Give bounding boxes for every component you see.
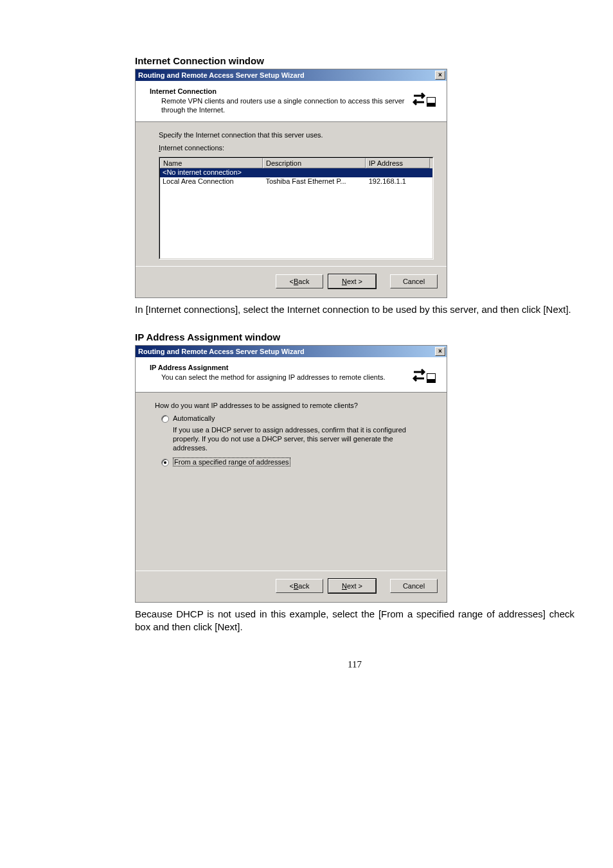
listview-header: Name Description IP Address (160, 158, 432, 168)
btn-rest: ack (298, 278, 309, 285)
cell-name: <No internet connection> (160, 168, 263, 177)
radio-specified-range[interactable]: From a specified range of addresses (161, 458, 427, 466)
dialog-title: Routing and Remote Access Server Setup W… (137, 348, 305, 355)
section2-heading: IP Address Assignment window (135, 332, 574, 342)
titlebar: Routing and Remote Access Server Setup W… (136, 69, 447, 81)
dialog-header-text: IP Address Assignment You can select the… (150, 364, 412, 382)
mnemonic: F (174, 458, 179, 466)
btn-rest: ext > (347, 278, 362, 285)
dialog-header-subtitle: You can select the method for assigning … (150, 371, 412, 382)
wizard-icon (412, 87, 438, 109)
focus-rect: From a specified range of addresses (173, 457, 290, 466)
mnemonic: B (294, 582, 298, 590)
mnemonic: N (342, 278, 347, 285)
back-button[interactable]: < Back (276, 579, 323, 593)
dialog-header-title: Internet Connection (150, 87, 412, 95)
btn-rest: ack (298, 582, 309, 590)
dialog-title: Routing and Remote Access Server Setup W… (137, 71, 305, 79)
label-rest: rom a specified range of addresses (179, 458, 289, 466)
auto-note: If you use a DHCP server to assign addre… (161, 424, 427, 458)
assignment-question: How do you want IP addresses to be assig… (155, 402, 427, 409)
connections-listview[interactable]: Name Description IP Address <No internet… (159, 157, 434, 260)
listview-inner: Name Description IP Address <No internet… (159, 157, 433, 259)
cancel-button[interactable]: Cancel (390, 579, 438, 593)
list-item[interactable]: Local Area Connection Toshiba Fast Ether… (160, 177, 432, 186)
cell-ip (366, 168, 432, 177)
radio-icon (161, 415, 169, 423)
titlebar: Routing and Remote Access Server Setup W… (136, 346, 447, 357)
button-row: < Back Next > Cancel (136, 571, 447, 602)
back-button[interactable]: < Back (276, 274, 323, 288)
radio-automatically[interactable]: Automatically (161, 414, 427, 423)
document-page: Internet Connection window Routing and R… (0, 0, 613, 696)
internet-connection-dialog: Routing and Remote Access Server Setup W… (135, 69, 447, 298)
dialog-body: Specify the Internet connection that thi… (136, 122, 447, 266)
cell-description (263, 168, 366, 177)
paragraph-2: Because DHCP is not used in this example… (135, 608, 574, 634)
wizard-icon (412, 364, 438, 385)
next-button[interactable]: Next > (328, 579, 376, 593)
spacer (155, 468, 427, 564)
dialog-header-title: IP Address Assignment (150, 364, 412, 371)
cell-description: Toshiba Fast Ethernet P... (263, 177, 366, 186)
svg-rect-1 (427, 98, 435, 103)
specify-text: Specify the Internet connection that thi… (159, 131, 434, 139)
dialog-header: Internet Connection Remote VPN clients a… (136, 81, 447, 122)
next-button[interactable]: Next > (328, 274, 376, 288)
close-button[interactable]: × (435, 71, 445, 80)
svg-rect-2 (427, 105, 436, 107)
dialog-body: How do you want IP addresses to be assig… (136, 393, 447, 571)
mnemonic: N (342, 582, 347, 590)
cell-ip: 192.168.1.1 (366, 177, 432, 186)
radio-icon (161, 459, 169, 466)
label-rest: utomatically (177, 414, 215, 422)
radio-label: From a specified range of addresses (173, 458, 290, 466)
ip-assignment-dialog: Routing and Remote Access Server Setup W… (135, 345, 447, 603)
svg-rect-4 (427, 374, 435, 379)
button-row: < Back Next > Cancel (136, 266, 447, 297)
label-rest: nternet connections: (161, 144, 224, 152)
cancel-button[interactable]: Cancel (390, 274, 438, 288)
col-name[interactable]: Name (160, 158, 263, 168)
list-item[interactable]: <No internet connection> (160, 168, 432, 177)
col-ip[interactable]: IP Address (366, 158, 430, 168)
mnemonic: B (294, 278, 298, 285)
section1-heading: Internet Connection window (135, 55, 574, 66)
col-description[interactable]: Description (263, 158, 366, 168)
btn-rest: ext > (347, 582, 362, 590)
dialog-header-subtitle: Remote VPN clients and routers use a sin… (150, 95, 412, 115)
dialog-header-text: Internet Connection Remote VPN clients a… (150, 87, 412, 115)
svg-rect-5 (427, 381, 436, 383)
radio-label: Automatically (173, 414, 215, 422)
connections-label: Internet connections: (159, 144, 434, 152)
dialog-header: IP Address Assignment You can select the… (136, 357, 447, 393)
cell-name: Local Area Connection (160, 177, 263, 186)
page-number: 117 (135, 659, 574, 670)
close-button[interactable]: × (435, 347, 445, 356)
paragraph-1: In [Internet connections], select the In… (135, 303, 574, 316)
